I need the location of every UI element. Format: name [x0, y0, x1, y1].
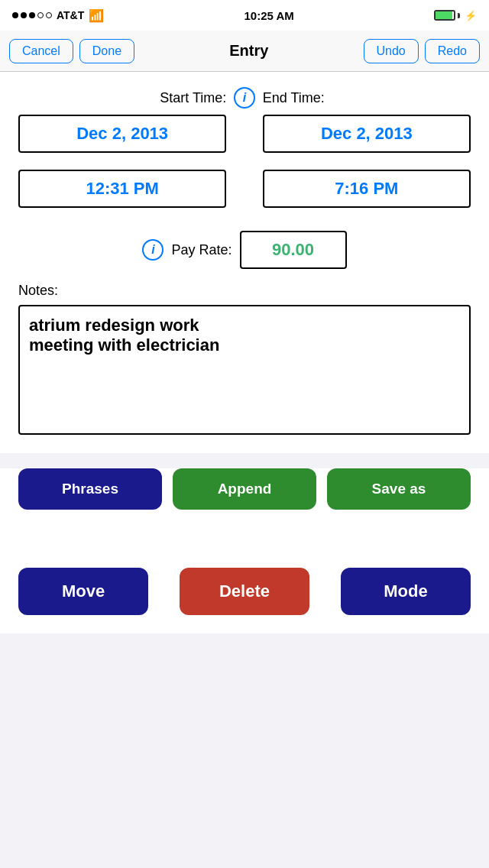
wifi-icon: 📶	[89, 8, 104, 23]
undo-button[interactable]: Undo	[364, 39, 419, 63]
pay-info-icon[interactable]: i	[142, 239, 164, 261]
pay-rate-section: i Pay Rate: 90.00	[18, 231, 471, 269]
nav-right-buttons: Undo Redo	[364, 39, 481, 63]
main-content: Start Time: i End Time: Dec 2, 2013 Dec …	[0, 72, 489, 453]
time-row: 12:31 PM 7:16 PM	[18, 170, 471, 217]
notes-label: Notes:	[18, 283, 471, 299]
delete-button[interactable]: Delete	[180, 568, 309, 615]
time-labels-row: Start Time: i End Time:	[18, 87, 471, 108]
end-time-label: End Time:	[263, 90, 325, 106]
start-time-picker[interactable]: 12:31 PM	[18, 170, 226, 208]
carrier-label: AT&T	[57, 9, 84, 21]
battery-icon	[434, 10, 460, 21]
nav-bar: Cancel Done Entry Undo Redo	[0, 31, 489, 72]
action-buttons-row: Phrases Append Save as	[0, 468, 489, 510]
phrases-button[interactable]: Phrases	[18, 468, 162, 510]
charging-icon: ⚡	[465, 10, 477, 21]
end-date-col: Dec 2, 2013	[263, 115, 471, 162]
end-time-col: 7:16 PM	[263, 170, 471, 217]
status-time: 10:25 AM	[244, 9, 293, 22]
bottom-buttons-row: Move Delete Mode	[0, 555, 489, 633]
signal-icon	[12, 12, 52, 18]
nav-left-buttons: Cancel Done	[9, 39, 134, 63]
move-button[interactable]: Move	[18, 568, 148, 615]
mode-button[interactable]: Mode	[341, 568, 471, 615]
notes-input[interactable]: atrium redesign work meeting with electr…	[18, 305, 471, 435]
pay-rate-label: Pay Rate:	[171, 242, 232, 258]
redo-button[interactable]: Redo	[425, 39, 480, 63]
done-button[interactable]: Done	[79, 39, 134, 63]
end-time-picker[interactable]: 7:16 PM	[263, 170, 471, 208]
save-as-button[interactable]: Save as	[327, 468, 471, 510]
spacer	[0, 510, 489, 555]
date-row: Dec 2, 2013 Dec 2, 2013	[18, 115, 471, 162]
start-time-label: Start Time:	[160, 90, 226, 106]
append-button[interactable]: Append	[173, 468, 316, 510]
start-date-picker[interactable]: Dec 2, 2013	[18, 115, 226, 153]
start-date-col: Dec 2, 2013	[18, 115, 226, 162]
pay-rate-value[interactable]: 90.00	[240, 231, 347, 269]
end-date-picker[interactable]: Dec 2, 2013	[263, 115, 471, 153]
status-right: ⚡	[434, 10, 477, 21]
status-left: AT&T 📶	[12, 8, 104, 23]
info-icon[interactable]: i	[234, 87, 255, 108]
page-title: Entry	[229, 42, 268, 60]
start-time-col: 12:31 PM	[18, 170, 226, 217]
cancel-button[interactable]: Cancel	[9, 39, 73, 63]
status-bar: AT&T 📶 10:25 AM ⚡	[0, 0, 489, 31]
